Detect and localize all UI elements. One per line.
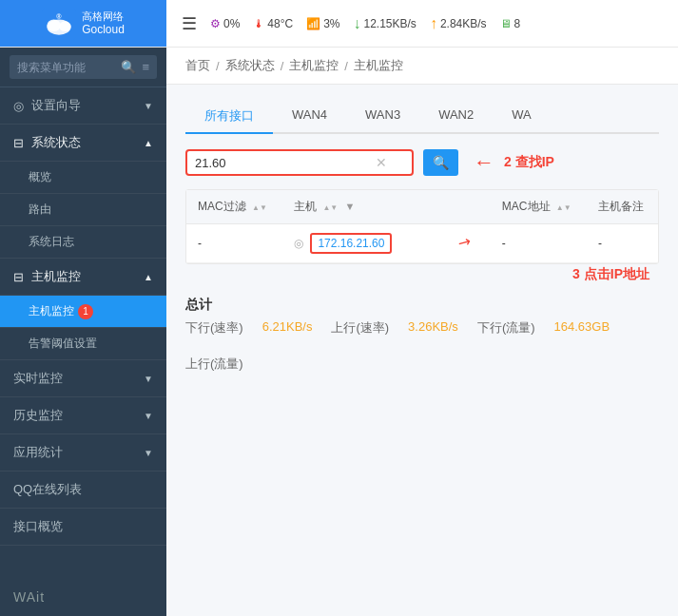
monitor-icon: 🖥 (500, 17, 512, 30)
total-up-rate-label: 上行(速率) (331, 319, 389, 337)
hosts-table: MAC过滤 ▲▼ 主机 ▲▼ ▼ MAC地址 ▲▼ (186, 190, 658, 263)
sort-icon-host[interactable]: ▲▼ (322, 203, 338, 212)
cell-host-note: - (587, 224, 658, 263)
hosts-table-container: MAC过滤 ▲▼ 主机 ▲▼ ▼ MAC地址 ▲▼ (185, 189, 659, 264)
cpu-icon: ⚙ (210, 17, 221, 30)
totals-row: 下行(速率) 6.21KB/s 上行(速率) 3.26KB/s 下行(流量) 1… (185, 319, 659, 373)
cell-mac-addr: - (491, 224, 587, 263)
wait-label: WAit (0, 578, 166, 616)
col-mac-filter: MAC过滤 ▲▼ (186, 190, 282, 224)
total-down-rate-label: 下行(速率) (185, 319, 243, 337)
search-input[interactable] (195, 156, 376, 170)
hamburger-icon[interactable]: ≡ (142, 60, 149, 74)
totals-section: 总计 下行(速率) 6.21KB/s 上行(速率) 3.26KB/s 下行(流量… (185, 297, 659, 373)
svg-text:®: ® (56, 11, 62, 20)
breadcrumb-host-monitor-1[interactable]: 主机监控 (289, 57, 339, 74)
total-up-traffic-label: 上行(流量) (185, 356, 243, 373)
totals-title: 总计 (185, 297, 659, 314)
content-area: 首页 / 系统状态 / 主机监控 / 主机监控 所有接口 WAN4 WAN3 W… (166, 48, 678, 616)
host-monitor-group-icon: ⊟ (13, 270, 24, 284)
sidebar-item-routing[interactable]: 路由 (0, 194, 166, 226)
col-host-note: 主机备注 (587, 190, 658, 224)
tab-wan4[interactable]: WAN4 (273, 100, 346, 134)
sidebar-item-host-monitor[interactable]: 主机监控 1 (0, 296, 166, 328)
logo-text: 高格网络 Gocloud (82, 10, 125, 37)
annotation-arrow-2: ← (474, 150, 494, 175)
annotation-label-3: 3 点击IP地址 (572, 266, 649, 281)
total-down-traffic-value: 164.63GB (554, 319, 610, 337)
tab-wan2[interactable]: WAN2 (419, 100, 493, 134)
sidebar-item-alert-settings[interactable]: 告警阈值设置 (0, 328, 166, 360)
signal-icon: 📶 (306, 17, 320, 30)
total-down-traffic-label: 下行(流量) (477, 319, 535, 337)
cell-mac-filter: - (186, 224, 282, 263)
up-speed-stat: ↑ 2.84KB/s (430, 15, 487, 32)
sidebar-item-qq-online[interactable]: QQ在线列表 (0, 472, 166, 509)
sidebar-search-input[interactable] (17, 61, 121, 74)
main-layout: 🔍 ≡ ◎ 设置向导 ▼ ⊟ 系统状态 ▲ 概览 路由 系统日志 ⊟ (0, 48, 678, 616)
breadcrumb-current: 主机监控 (354, 57, 403, 74)
sidebar-item-overview[interactable]: 概览 (0, 162, 166, 194)
logo: ® 高格网络 Gocloud (0, 0, 166, 47)
search-icon[interactable]: 🔍 (121, 60, 136, 74)
monitor-stat: 🖥 8 (500, 17, 521, 30)
annotation-arrow-3-line: ↗ (455, 231, 475, 253)
sidebar-item-app-stats[interactable]: 应用统计 ▼ (0, 434, 166, 472)
temp-icon: 🌡 (253, 17, 264, 30)
col-host: 主机 ▲▼ ▼ (282, 190, 491, 224)
sidebar-item-realtime[interactable]: 实时监控 ▼ (0, 360, 166, 397)
topbar-stats: ☰ ⚙ 0% 🌡 48°C 📶 3% ↓ 12.15KB/s ↑ 2.84KB/… (166, 13, 535, 34)
cpu-stat: ⚙ 0% (210, 17, 240, 30)
chevron-app-stats: ▼ (144, 448, 153, 458)
total-down-rate-value: 6.21KB/s (262, 319, 313, 337)
filter-icon-host[interactable]: ▼ (345, 201, 356, 212)
host-status-icon: ◎ (294, 237, 303, 250)
temp-stat: 🌡 48°C (253, 17, 293, 30)
sort-icon-mac-filter[interactable]: ▲▼ (252, 203, 267, 212)
breadcrumb-home[interactable]: 首页 (185, 57, 210, 74)
chevron-host-monitor: ▲ (144, 272, 153, 282)
tab-all-interfaces[interactable]: 所有接口 (185, 100, 273, 134)
breadcrumb-system-status[interactable]: 系统状态 (225, 57, 275, 74)
tab-wan3[interactable]: WAN3 (346, 100, 419, 134)
table-header-row: MAC过滤 ▲▼ 主机 ▲▼ ▼ MAC地址 ▲▼ (186, 190, 658, 224)
sidebar-item-history[interactable]: 历史监控 ▼ (0, 397, 166, 434)
arrow-down-icon: ↓ (354, 15, 361, 32)
annotation-label-2: 2 查找IP (504, 154, 554, 171)
sidebar-item-host-monitor-group[interactable]: ⊟ 主机监控 ▲ (0, 259, 166, 296)
sidebar-item-system-status[interactable]: ⊟ 系统状态 ▲ (0, 125, 166, 162)
svg-point-3 (59, 21, 71, 31)
tabs: 所有接口 WAN4 WAN3 WAN2 WA (185, 100, 659, 134)
arrow-up-icon: ↑ (430, 15, 437, 32)
sidebar-search-box[interactable]: 🔍 ≡ (10, 55, 157, 79)
content-main: 所有接口 WAN4 WAN3 WAN2 WA ✕ 🔍 ← 2 查找IP (166, 85, 678, 616)
sidebar-item-settings[interactable]: ◎ 设置向导 ▼ (0, 87, 166, 125)
search-clear-icon[interactable]: ✕ (376, 155, 387, 170)
host-monitor-badge: 1 (78, 304, 93, 319)
search-magnify-icon: 🔍 (433, 155, 449, 170)
down-speed-stat: ↓ 12.15KB/s (354, 15, 416, 32)
chevron-history: ▼ (144, 411, 153, 421)
menu-icon[interactable]: ☰ (182, 13, 197, 34)
search-button[interactable]: 🔍 (423, 149, 458, 176)
topbar: ® 高格网络 Gocloud ☰ ⚙ 0% 🌡 48°C 📶 3% ↓ 12.1… (0, 0, 678, 48)
total-up-rate-value: 3.26KB/s (408, 319, 458, 337)
table-row: - ◎ 172.16.21.60 ↗ - - (186, 224, 658, 263)
svg-point-2 (48, 19, 61, 31)
sidebar-item-iface-overview[interactable]: 接口概览 (0, 509, 166, 546)
sidebar-search-area: 🔍 ≡ (0, 48, 166, 87)
host-ip-link[interactable]: 172.16.21.60 (310, 233, 392, 254)
sidebar-item-syslog[interactable]: 系统日志 (0, 226, 166, 259)
settings-icon: ◎ (13, 99, 24, 113)
annotation-3-container: 3 点击IP地址 (185, 266, 659, 283)
sort-icon-mac[interactable]: ▲▼ (556, 203, 571, 212)
breadcrumb: 首页 / 系统状态 / 主机监控 / 主机监控 (166, 48, 678, 85)
chevron-realtime: ▼ (144, 374, 153, 384)
chevron-settings: ▼ (144, 101, 153, 111)
tab-wa[interactable]: WA (493, 100, 550, 134)
cell-host: ◎ 172.16.21.60 ↗ (282, 224, 491, 263)
col-mac-addr: MAC地址 ▲▼ (491, 190, 587, 224)
sidebar: 🔍 ≡ ◎ 设置向导 ▼ ⊟ 系统状态 ▲ 概览 路由 系统日志 ⊟ (0, 48, 166, 616)
chevron-system-status: ▲ (144, 138, 153, 148)
signal-stat: 📶 3% (306, 17, 339, 30)
